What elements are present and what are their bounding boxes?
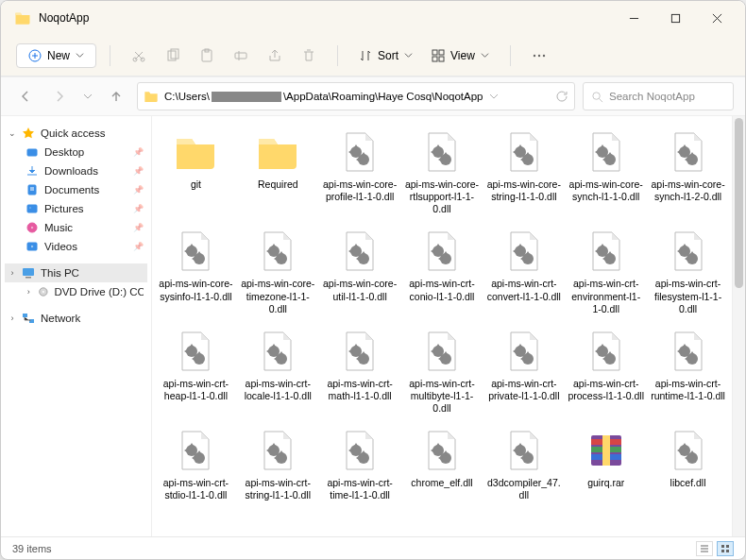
rename-button[interactable] [226, 42, 256, 70]
file-item[interactable]: guirq.rar [566, 422, 646, 505]
svg-point-14 [538, 54, 540, 56]
toolbar: New Sort View [1, 35, 745, 76]
svg-point-26 [42, 291, 44, 293]
file-label: api-ms-win-crt-multibyte-l1-1-0.dll [404, 378, 481, 415]
chevron-down-icon[interactable] [489, 92, 499, 101]
dll-icon [666, 129, 711, 175]
file-label: api-ms-win-crt-heap-l1-1-0.dll [158, 378, 234, 402]
file-item[interactable]: api-ms-win-crt-heap-l1-1-0.dll [156, 323, 236, 418]
close-button[interactable] [696, 3, 738, 33]
scrollbar[interactable] [732, 116, 745, 536]
file-item[interactable]: git [156, 124, 236, 219]
file-item[interactable]: api-ms-win-crt-runtime-l1-1-0.dll [648, 323, 728, 418]
file-item[interactable]: chrome_elf.dll [402, 422, 483, 505]
sidebar-dvd[interactable]: › DVD Drive (D:) CCCC [5, 282, 147, 301]
scroll-thumb[interactable] [735, 118, 743, 288]
chevron-down-icon [481, 51, 489, 59]
share-button[interactable] [260, 42, 290, 70]
file-item[interactable]: api-ms-win-crt-string-l1-1-0.dll [238, 422, 318, 505]
file-item[interactable]: api-ms-win-crt-multibyte-l1-1-0.dll [402, 323, 483, 418]
file-item[interactable]: api-ms-win-core-synch-l1-2-0.dll [648, 124, 728, 219]
sort-icon [359, 49, 372, 62]
sidebar-item-documents[interactable]: Documents📌 [5, 180, 147, 199]
file-item[interactable]: libcef.dll [648, 422, 728, 505]
folder-icon [173, 129, 218, 175]
view-button[interactable]: View [424, 44, 497, 67]
file-item[interactable]: api-ms-win-crt-math-l1-1-0.dll [320, 323, 400, 418]
view-icon [432, 49, 445, 62]
file-item[interactable]: api-ms-win-crt-process-l1-1-0.dll [566, 323, 646, 418]
maximize-button[interactable] [654, 3, 696, 33]
delete-button[interactable] [294, 42, 324, 70]
pc-icon [22, 266, 35, 280]
up-button[interactable] [103, 83, 129, 110]
file-item[interactable]: api-ms-win-crt-environment-l1-1-0.dll [566, 223, 646, 318]
folder-icon [255, 129, 300, 175]
file-item[interactable]: d3dcompiler_47.dll [483, 422, 564, 505]
svg-rect-32 [726, 550, 729, 552]
address-bar[interactable]: C:\Users\\AppData\Roaming\Haye Cosq\Noqo… [137, 82, 575, 110]
file-item[interactable]: api-ms-win-crt-private-l1-1-0.dll [483, 323, 564, 418]
file-item[interactable]: api-ms-win-core-synch-l1-1-0.dll [566, 124, 646, 219]
dll-icon [584, 229, 629, 274]
file-label: api-ms-win-core-util-l1-1-0.dll [322, 278, 398, 302]
refresh-icon[interactable] [555, 90, 568, 103]
file-item[interactable]: api-ms-win-core-profile-l1-1-0.dll [320, 124, 400, 219]
new-label: New [47, 49, 70, 62]
copy-button[interactable] [158, 42, 188, 70]
titlebar: NoqotApp [1, 1, 745, 35]
sidebar-item-downloads[interactable]: Downloads📌 [5, 161, 147, 180]
downloads-icon [25, 164, 39, 178]
recent-button[interactable] [80, 83, 95, 110]
sidebar-item-music[interactable]: Music📌 [5, 218, 147, 237]
more-button[interactable] [524, 42, 554, 70]
file-item[interactable]: api-ms-win-core-string-l1-1-0.dll [483, 124, 564, 219]
pin-icon: 📌 [133, 185, 144, 195]
file-item[interactable]: api-ms-win-core-timezone-l1-1-0.dll [238, 223, 318, 318]
file-label: api-ms-win-crt-locale-l1-1-0.dll [240, 378, 316, 402]
file-label: api-ms-win-crt-runtime-l1-1-0.dll [650, 378, 726, 402]
dll-icon [584, 329, 629, 374]
dll-icon [255, 229, 300, 274]
file-item[interactable]: api-ms-win-crt-conio-l1-1-0.dll [402, 223, 483, 318]
file-item[interactable]: api-ms-win-crt-convert-l1-1-0.dll [483, 223, 564, 318]
file-item[interactable]: Required [238, 124, 318, 219]
sidebar-item-videos[interactable]: Videos📌 [5, 237, 147, 256]
sidebar-item-pictures[interactable]: Pictures📌 [5, 199, 147, 218]
dll-icon [173, 329, 218, 374]
sidebar-quick-access[interactable]: ⌄ Quick access [5, 124, 147, 143]
pin-icon: 📌 [133, 204, 144, 213]
file-item[interactable]: api-ms-win-crt-time-l1-1-0.dll [320, 422, 400, 505]
path-prefix: C:\Users\ [164, 91, 210, 102]
sort-button[interactable]: Sort [351, 44, 420, 67]
minimize-button[interactable] [613, 3, 654, 33]
dll-icon [337, 329, 382, 374]
cut-button[interactable] [124, 42, 154, 70]
dll-icon [419, 129, 465, 175]
icons-view-button[interactable] [717, 541, 734, 556]
file-item[interactable]: api-ms-win-crt-stdio-l1-1-0.dll [156, 422, 236, 505]
paste-button[interactable] [192, 42, 222, 70]
file-label: api-ms-win-crt-conio-l1-1-0.dll [404, 278, 481, 302]
file-item[interactable]: api-ms-win-core-sysinfo-l1-1-0.dll [156, 223, 236, 318]
file-item[interactable]: api-ms-win-core-rtlsupport-l1-1-0.dll [402, 124, 483, 219]
svg-point-20 [29, 207, 31, 209]
sidebar-network[interactable]: › Network [5, 309, 147, 328]
back-button[interactable] [12, 83, 39, 110]
file-item[interactable]: api-ms-win-crt-locale-l1-1-0.dll [238, 323, 318, 418]
dll-icon [501, 229, 547, 274]
file-label: api-ms-win-crt-environment-l1-1-0.dll [568, 278, 644, 314]
file-item[interactable]: api-ms-win-core-util-l1-1-0.dll [320, 223, 400, 318]
chevron-down-icon [76, 51, 84, 59]
sidebar-item-desktop[interactable]: Desktop📌 [5, 143, 147, 161]
forward-button[interactable] [46, 83, 73, 110]
file-item[interactable]: api-ms-win-crt-filesystem-l1-1-0.dll [648, 223, 728, 318]
new-button[interactable]: New [16, 43, 96, 68]
dll-icon [337, 428, 382, 473]
status-bar: 39 items [1, 536, 745, 559]
desktop-icon [25, 145, 39, 159]
search-input[interactable]: Search NoqotApp [583, 82, 734, 110]
path-redacted [212, 92, 281, 102]
sidebar-this-pc[interactable]: › This PC [5, 263, 147, 282]
details-view-button[interactable] [696, 541, 713, 556]
